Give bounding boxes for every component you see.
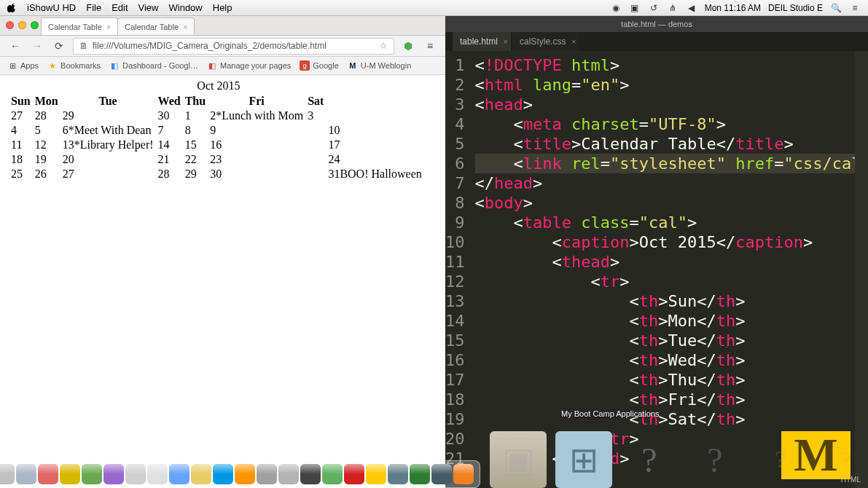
google-plus-icon: g — [300, 60, 310, 71]
sync-icon[interactable]: ↺ — [648, 3, 660, 13]
table-cell: 7 — [158, 123, 185, 138]
table-cell: 15 — [185, 138, 210, 152]
table-cell: 14 — [158, 138, 185, 152]
table-cell: 31BOO! Halloween — [328, 167, 426, 181]
reload-button[interactable]: ⟳ — [51, 38, 67, 54]
file-icon: 🗎 — [79, 41, 88, 51]
table-cell: 1 — [185, 109, 210, 123]
bookmark-star-icon[interactable]: ☆ — [380, 41, 388, 51]
table-cell: 28 — [35, 109, 63, 123]
menu-extras-icon[interactable]: ≡ — [849, 3, 861, 13]
browser-tab-0[interactable]: Calendar Table× — [41, 17, 118, 35]
menu-help[interactable]: Help — [213, 2, 232, 13]
bookmarks-bar: ⊞Apps ★Bookmarks ◧Dashboard - Googl… ◧Ma… — [0, 57, 445, 75]
table-row: 111213*Library Helper!14151617 — [11, 138, 426, 152]
google-icon: ◧ — [109, 60, 120, 71]
close-tab-icon[interactable]: × — [571, 37, 576, 46]
display-icon[interactable]: ▣ — [629, 3, 641, 13]
dock-large-items: ▣ ⊞ ? ? ? ? — [490, 431, 868, 488]
table-cell: 5 — [35, 123, 63, 138]
table-cell — [308, 138, 328, 152]
menu-window[interactable]: Window — [169, 2, 203, 13]
um-icon: M — [348, 60, 358, 71]
back-button[interactable]: ← — [7, 38, 23, 54]
close-icon[interactable] — [6, 21, 14, 29]
minimap[interactable] — [855, 51, 868, 488]
zoom-icon[interactable] — [31, 21, 39, 29]
table-cell: 24 — [328, 152, 426, 167]
menu-edit[interactable]: Edit — [112, 2, 128, 13]
apps-button[interactable]: ⊞Apps — [7, 60, 39, 71]
table-cell: 29 — [185, 167, 210, 181]
pages-icon: ◧ — [207, 60, 217, 71]
table-cell: 25 — [11, 167, 35, 181]
table-cell — [308, 152, 328, 167]
table-header: Sat — [308, 94, 328, 109]
mac-menu-bar: iShowU HD File Edit View Window Help ◉ ▣… — [0, 0, 868, 16]
table-cell: 30 — [158, 109, 185, 123]
table-cell: 2*Lunch with Mom — [210, 109, 308, 123]
url-text: file:///Volumes/MDIG_Camera_Originals_2/… — [93, 41, 375, 51]
bookmark-link[interactable]: ◧Manage your pages — [207, 60, 291, 71]
menu-app-name[interactable]: iShowU HD — [27, 2, 76, 13]
browser-tab-1[interactable]: Calendar Table× — [117, 17, 195, 35]
tab-title: Calendar Table — [125, 23, 179, 31]
code-text[interactable]: <!DOCTYPE html><html lang="en"><head> <m… — [472, 51, 869, 488]
table-cell: 8 — [185, 123, 210, 138]
volume-icon[interactable]: ◀ — [686, 3, 697, 13]
dock-icon-unknown[interactable]: ? — [818, 431, 868, 488]
table-header: Mon — [35, 94, 63, 109]
table-cell: 22 — [185, 152, 210, 167]
table-row: 2728293012*Lunch with Mom3 — [11, 109, 426, 123]
menubar-user[interactable]: DEIL Studio E — [768, 3, 823, 13]
forward-button[interactable]: → — [29, 38, 45, 54]
dock-icon-terminal[interactable]: ▣ — [490, 431, 547, 488]
extension-icon[interactable]: ⬢ — [400, 38, 416, 54]
table-cell: 20 — [63, 152, 158, 167]
bookmark-folder[interactable]: ★Bookmarks — [47, 60, 101, 71]
menubar-time[interactable]: Mon 11:16 AM — [705, 3, 761, 13]
bookmark-link[interactable]: gGoogle — [300, 60, 338, 71]
menu-file[interactable]: File — [86, 2, 101, 13]
code-area[interactable]: 123456789101112131415161718192021 <!DOCT… — [445, 51, 868, 488]
table-cell: 17 — [328, 138, 426, 152]
editor-tab-1[interactable]: calStyle.css× — [512, 32, 579, 51]
spotlight-icon[interactable]: 🔍 — [830, 3, 842, 13]
table-cell: 26 — [35, 167, 63, 181]
dock-icon-unknown[interactable]: ? — [752, 431, 809, 488]
table-row: 456*Meet With Dean78910 — [11, 123, 426, 138]
close-tab-icon[interactable]: × — [183, 23, 187, 31]
browser-toolbar: ← → ⟳ 🗎 file:///Volumes/MDIG_Camera_Orig… — [0, 36, 445, 57]
table-cell: 12 — [35, 138, 63, 152]
table-cell: 11 — [11, 138, 35, 152]
editor-tab-0[interactable]: table.html× — [453, 32, 511, 51]
dock-icon-bootcamp-folder[interactable]: ⊞ — [555, 431, 612, 488]
url-field[interactable]: 🗎 file:///Volumes/MDIG_Camera_Originals_… — [73, 38, 394, 55]
dock-icon-unknown[interactable]: ? — [687, 431, 743, 488]
table-header: Wed — [158, 94, 185, 109]
browser-tab-strip: Calendar Table× Calendar Table× — [0, 16, 445, 36]
apple-icon[interactable] — [7, 3, 17, 12]
table-cell — [308, 167, 328, 181]
table-cell: 29 — [63, 109, 158, 123]
minimize-icon[interactable] — [18, 21, 26, 29]
menu-button[interactable]: ≡ — [422, 38, 438, 54]
bookmark-link[interactable]: MU-M Weblogin — [348, 60, 412, 71]
dock-icon-unknown[interactable]: ? — [621, 431, 678, 488]
table-row: 25262728293031BOO! Halloween — [11, 167, 426, 181]
table-header: Fri — [210, 94, 308, 109]
table-header: Sun — [11, 94, 35, 109]
table-cell: 3 — [308, 109, 328, 123]
recording-icon[interactable]: ◉ — [610, 3, 622, 13]
wifi-icon[interactable]: ⋔ — [667, 3, 679, 13]
table-cell: 6*Meet With Dean — [63, 123, 158, 138]
close-tab-icon[interactable]: × — [106, 23, 111, 31]
table-cell: 18 — [11, 152, 35, 167]
menu-view[interactable]: View — [138, 2, 159, 13]
table-cell: 27 — [11, 109, 35, 123]
table-cell: 21 — [158, 152, 185, 167]
close-tab-icon[interactable]: × — [504, 37, 508, 46]
table-cell: 9 — [210, 123, 308, 138]
table-cell: 16 — [210, 138, 308, 152]
bookmark-link[interactable]: ◧Dashboard - Googl… — [109, 60, 198, 71]
